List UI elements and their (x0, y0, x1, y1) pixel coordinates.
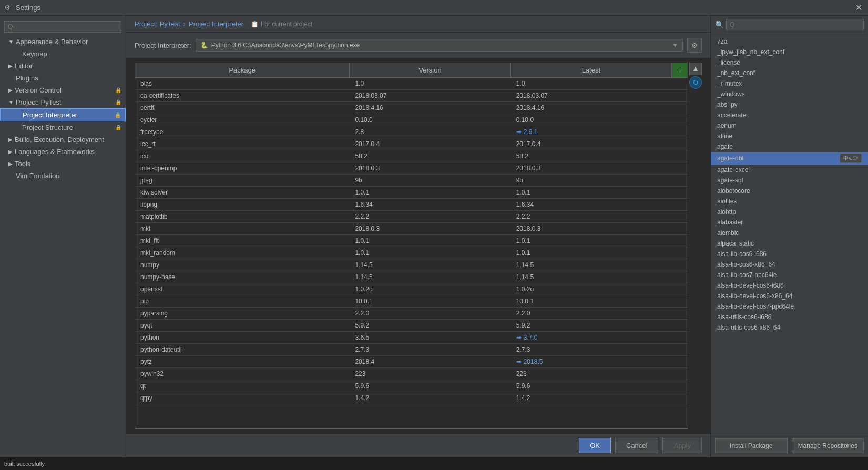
package-version: 5.9.6 (350, 380, 510, 392)
table-row[interactable]: pytz 2018.4 ➡2018.5 (135, 356, 688, 368)
right-list-item[interactable]: alsa-lib-cos6-x86_64 (711, 259, 868, 270)
table-row[interactable]: icc_rt 2017.0.4 2017.0.4 (135, 138, 688, 150)
sidebar-item-plugins[interactable]: Plugins (0, 72, 126, 84)
table-row[interactable]: certifi 2018.4.16 2018.4.16 (135, 102, 688, 114)
close-button[interactable]: ✕ (853, 3, 864, 13)
package-action (672, 78, 688, 89)
right-list-item[interactable]: aiofiles (711, 196, 868, 207)
right-list-item[interactable]: _ipyw_jlab_nb_ext_conf (711, 47, 868, 57)
right-search-input[interactable] (726, 19, 864, 30)
table-row[interactable]: numpy-base 1.14.5 1.14.5 (135, 271, 688, 283)
table-row[interactable]: numpy 1.14.5 1.14.5 (135, 259, 688, 271)
sidebar-item-version-control[interactable]: ▶Version Control🔒 (0, 84, 126, 96)
right-list-item[interactable]: alsa-utils-cos6-x86_64 (711, 322, 868, 333)
sidebar-search-input[interactable] (4, 21, 121, 33)
right-list-item[interactable]: aenum (711, 120, 868, 131)
table-row[interactable]: qtpy 1.4.2 1.4.2 (135, 392, 688, 404)
ok-button[interactable]: OK (579, 438, 611, 453)
table-row[interactable]: openssl 1.0.2o 1.0.2o (135, 283, 688, 295)
right-list-item[interactable]: alsa-utils-cos6-i686 (711, 312, 868, 322)
right-list-item[interactable]: _license (711, 57, 868, 68)
main-layout: ▼Appearance & BehaviorKeymap▶EditorPlugi… (0, 16, 868, 457)
apply-button[interactable]: Apply (662, 438, 702, 453)
sidebar-item-project-structure[interactable]: Project Structure🔒 (0, 121, 126, 134)
right-list-item[interactable]: alsa-lib-devel-cos7-ppc64le (711, 301, 868, 312)
right-list-item[interactable]: absl-py (711, 99, 868, 110)
package-name: qt (135, 380, 350, 392)
table-row[interactable]: mkl_random 1.0.1 1.0.1 (135, 247, 688, 259)
table-row[interactable]: matplotlib 2.2.2 2.2.2 (135, 211, 688, 223)
right-list-item[interactable]: alsa-lib-devel-cos6-i686 (711, 280, 868, 291)
sidebar-item-label: Languages & Frameworks (15, 148, 121, 156)
table-header: Package Version Latest + (135, 63, 688, 78)
package-action (672, 380, 688, 392)
table-row[interactable]: mkl 2018.0.3 2018.0.3 (135, 223, 688, 235)
sidebar-item-appearance-behavior[interactable]: ▼Appearance & Behavior (0, 36, 126, 48)
table-row[interactable]: libpng 1.6.34 1.6.34 (135, 199, 688, 211)
table-row[interactable]: intel-openmp 2018.0.3 2018.0.3 (135, 162, 688, 175)
right-list-item[interactable]: _nb_ext_conf (711, 68, 868, 78)
right-list-item[interactable]: affine (711, 131, 868, 141)
refresh-button[interactable]: ↻ (689, 76, 702, 89)
package-name: pyparsing (135, 308, 350, 319)
right-list-item[interactable]: _windows (711, 89, 868, 99)
breadcrumb-parent[interactable]: Project: PyTest (135, 20, 180, 28)
right-list-item[interactable]: aiohttp (711, 207, 868, 217)
table-row[interactable]: icu 58.2 58.2 (135, 150, 688, 162)
package-latest: 1.0 (511, 78, 672, 89)
right-list-item[interactable]: alsa-lib-cos6-i686 (711, 249, 868, 259)
manage-repositories-button[interactable]: Manage Repositories (792, 438, 864, 453)
table-row[interactable]: blas 1.0 1.0 (135, 78, 688, 90)
breadcrumb-current[interactable]: Project Interpreter (189, 20, 243, 28)
breadcrumb: Project: PyTest › Project Interpreter (135, 20, 243, 28)
package-action (672, 320, 688, 331)
right-list-item[interactable]: alembic (711, 228, 868, 238)
table-row[interactable]: qt 5.9.6 5.9.6 (135, 380, 688, 392)
sidebar-item-keymap[interactable]: Keymap (0, 48, 126, 60)
interpreter-select[interactable]: 🐍 Python 3.6 C:\Anaconda3\envs\PyMLTest\… (196, 39, 683, 52)
sidebar-item-project-pytest[interactable]: ▼Project: PyTest🔒 (0, 96, 126, 108)
scroll-up-button[interactable]: ▲ (689, 63, 702, 75)
expand-arrow-icon: ▼ (8, 99, 14, 105)
right-list-item[interactable]: alsa-lib-cos7-ppc64le (711, 270, 868, 280)
table-row[interactable]: freetype 2.8 ➡2.9.1 (135, 126, 688, 138)
table-row[interactable]: jpeg 9b 9b (135, 175, 688, 187)
table-row[interactable]: pyparsing 2.2.0 2.2.0 (135, 308, 688, 320)
cancel-button[interactable]: Cancel (615, 438, 658, 453)
right-list-item[interactable]: agate-excel (711, 165, 868, 175)
sidebar-item-editor[interactable]: ▶Editor (0, 60, 126, 72)
right-search-container: 🔍 (711, 16, 868, 34)
table-row[interactable]: kiwisolver 1.0.1 1.0.1 (135, 187, 688, 199)
right-list-item[interactable]: alsa-lib-devel-cos6-x86_64 (711, 291, 868, 301)
table-row[interactable]: ca-certificates 2018.03.07 2018.03.07 (135, 90, 688, 102)
interpreter-gear-button[interactable]: ⚙ (687, 38, 702, 53)
right-list-item[interactable]: agate-sql (711, 175, 868, 186)
table-row[interactable]: pip 10.0.1 10.0.1 (135, 295, 688, 308)
table-row[interactable]: cycler 0.10.0 0.10.0 (135, 114, 688, 126)
sidebar-item-vim-emulation[interactable]: Vim Emulation (0, 170, 126, 182)
sidebar-item-project-interpreter[interactable]: Project Interpreter🔒 (0, 108, 126, 121)
sidebar-item-build-execution-deployment[interactable]: ▶Build, Execution, Deployment (0, 134, 126, 146)
sidebar-item-tools[interactable]: ▶Tools (0, 158, 126, 170)
package-version: 2.2.2 (350, 211, 510, 222)
install-package-button[interactable]: Install Package (715, 438, 788, 453)
right-list-item[interactable]: 7za (711, 36, 868, 47)
table-row[interactable]: python 3.6.5 ➡3.7.0 (135, 332, 688, 344)
right-list-item[interactable]: accelerate (711, 110, 868, 120)
package-version: 2018.03.07 (350, 90, 510, 101)
breadcrumb-separator: › (183, 20, 186, 28)
table-row[interactable]: pywin32 223 223 (135, 368, 688, 380)
package-area-wrapper: Package Version Latest + blas 1.0 1.0 ca… (126, 58, 710, 457)
table-row[interactable]: python-dateutil 2.7.3 2.7.3 (135, 344, 688, 356)
package-action (672, 223, 688, 234)
table-row[interactable]: mkl_fft 1.0.1 1.0.1 (135, 235, 688, 247)
right-list-item[interactable]: agate-dbf中⊙◎ (711, 152, 868, 165)
right-list-item[interactable]: aiobotocore (711, 186, 868, 196)
right-list-item[interactable]: agate (711, 141, 868, 152)
right-list-item[interactable]: _r-mutex (711, 78, 868, 89)
right-list-item[interactable]: alabaster (711, 217, 868, 228)
package-name: icc_rt (135, 138, 350, 150)
sidebar-item-languages-frameworks[interactable]: ▶Languages & Frameworks (0, 146, 126, 158)
table-row[interactable]: pyqt 5.9.2 5.9.2 (135, 320, 688, 332)
right-list-item[interactable]: alpaca_static (711, 238, 868, 249)
